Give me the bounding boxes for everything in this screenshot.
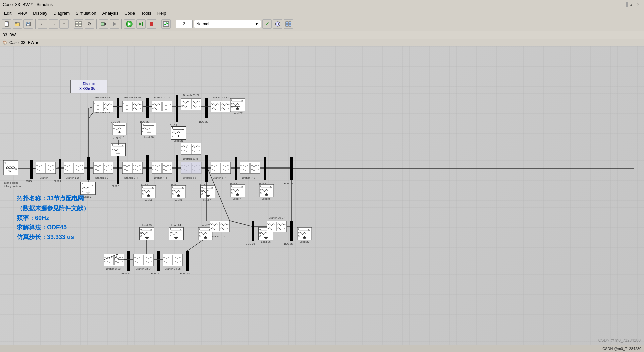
svg-text:Load 22: Load 22 [233, 112, 243, 115]
bus-4-bar [146, 155, 149, 182]
library-button[interactable] [74, 19, 83, 29]
validate-button[interactable]: ✓ [262, 19, 272, 29]
svg-text:Load 5: Load 5 [174, 199, 182, 202]
svg-marker-11 [113, 22, 116, 26]
load-21 [171, 126, 186, 139]
svg-text:Load 7: Load 7 [233, 197, 241, 200]
minimize-button[interactable]: – [620, 2, 627, 7]
bus-20-bar [146, 98, 149, 118]
load-4 [141, 185, 156, 198]
svg-text:BUS 27: BUS 27 [284, 242, 293, 245]
maximize-button[interactable]: □ [627, 2, 634, 7]
svg-text:Branch 2-19: Branch 2-19 [95, 111, 110, 114]
svg-text:Branch: Branch [40, 176, 48, 179]
bus-7-bar [235, 157, 237, 180]
normal-dropdown[interactable]: Normal ▼ [194, 20, 261, 28]
svg-text:Load 25: Load 25 [201, 224, 210, 227]
svg-text:BUS 23: BUS 23 [121, 272, 131, 275]
tb-btn-6[interactable] [110, 19, 119, 29]
save-button[interactable] [23, 19, 33, 29]
breadcrumb-arrow: ▶ [36, 40, 39, 45]
stop-button[interactable] [147, 19, 156, 29]
bus-1-bar [59, 159, 61, 179]
step-forward-button[interactable] [136, 19, 146, 29]
window-controls: – □ ✕ [620, 2, 641, 7]
menu-analysis[interactable]: Analysis [100, 10, 121, 16]
toolbar-sep-2 [71, 19, 71, 29]
svg-text:BUS 26: BUS 26 [246, 242, 255, 245]
menu-code[interactable]: Code [122, 10, 138, 16]
svg-text:BUS 24: BUS 24 [151, 272, 160, 275]
open-button[interactable] [13, 19, 22, 29]
bus-23-bar [127, 251, 130, 271]
breadcrumb-bar: 🏠 Case_33_BW ▶ [0, 39, 644, 46]
up-button[interactable]: ↑ [59, 19, 69, 29]
bus-21-bar [176, 95, 178, 122]
svg-rect-0 [5, 22, 8, 26]
svg-text:Branch 6-26: Branch 6-26 [212, 235, 226, 238]
svg-text:Branch 22-12: Branch 22-12 [213, 96, 229, 99]
breadcrumb-model[interactable]: Case_33_BW [9, 40, 34, 45]
load-27 [297, 227, 312, 240]
svg-rect-20 [286, 22, 288, 24]
svg-line-109 [187, 240, 203, 251]
bus-5-bar [176, 155, 178, 182]
toolbar-sep-4 [121, 19, 122, 29]
new-button[interactable] [2, 19, 11, 29]
svg-text:Branch 7-8: Branch 7-8 [242, 176, 255, 179]
toolbar-sep-5 [159, 19, 159, 29]
close-button[interactable]: ✕ [635, 2, 641, 7]
menu-display[interactable]: Display [30, 10, 50, 16]
svg-line-130 [89, 112, 93, 118]
menu-view[interactable]: View [15, 10, 30, 16]
svg-text:Branch 24-25: Branch 24-25 [165, 267, 181, 270]
toolbar-sep-3 [96, 19, 97, 29]
svg-text:Branch 4-5: Branch 4-5 [154, 176, 167, 179]
svg-line-136 [230, 221, 252, 226]
canvas-area[interactable]: Discrete 3.333e-05 s. 拓扑名称：33节点配电网 （数据来源… [0, 46, 644, 352]
check-icon: ✓ [265, 21, 269, 27]
bus-28-bar [290, 157, 293, 180]
svg-rect-7 [79, 22, 82, 24]
svg-text:Load 27: Load 27 [300, 240, 309, 243]
play-button[interactable] [124, 19, 135, 29]
load-23 [140, 227, 154, 240]
svg-text:Stand-alone: Stand-alone [4, 181, 19, 184]
svg-rect-15 [142, 22, 143, 26]
svg-rect-16 [150, 22, 153, 26]
svg-rect-2 [15, 23, 17, 24]
menu-diagram[interactable]: Diagram [51, 10, 72, 16]
svg-text:Load 26: Load 26 [261, 240, 271, 243]
svg-text:Branch 3-4: Branch 3-4 [124, 176, 138, 179]
svg-rect-23 [289, 24, 291, 26]
load-5 [171, 185, 186, 198]
svg-text:BUS 1: BUS 1 [53, 180, 61, 183]
load-8 [259, 184, 274, 197]
settings-button[interactable]: ⚙ [85, 19, 94, 29]
branch-1-2 [64, 162, 84, 174]
sim-time-input[interactable] [176, 20, 193, 28]
menu-help[interactable]: Help [155, 10, 169, 16]
tb-btn-5[interactable] [99, 19, 108, 29]
branch-24-25 [163, 254, 183, 266]
display-btn[interactable] [284, 19, 293, 29]
svg-rect-9 [79, 24, 82, 26]
svg-text:Load 23: Load 23 [142, 224, 152, 227]
bus-27-bar [290, 221, 293, 241]
menu-edit[interactable]: Edit [1, 10, 14, 16]
bus-2-bar [87, 157, 90, 180]
tb-btn-extra1[interactable] [273, 19, 282, 29]
redo-button[interactable]: → [49, 19, 58, 29]
undo-button[interactable]: ← [38, 19, 47, 29]
branch-3-4 [122, 162, 143, 174]
menu-tools[interactable]: Tools [138, 10, 154, 16]
tab-bar: 33_BW [0, 31, 644, 39]
svg-text:Branch 6-7: Branch 6-7 [213, 176, 226, 179]
svg-text:Branch 1-2: Branch 1-2 [66, 176, 79, 179]
scope-button[interactable] [161, 19, 171, 29]
svg-text:Load 24: Load 24 [171, 224, 181, 227]
svg-text:infinity system: infinity system [4, 185, 21, 188]
bus-8-bar [264, 157, 266, 180]
svg-rect-10 [101, 22, 104, 26]
menu-simulation[interactable]: Simulation [73, 10, 99, 16]
